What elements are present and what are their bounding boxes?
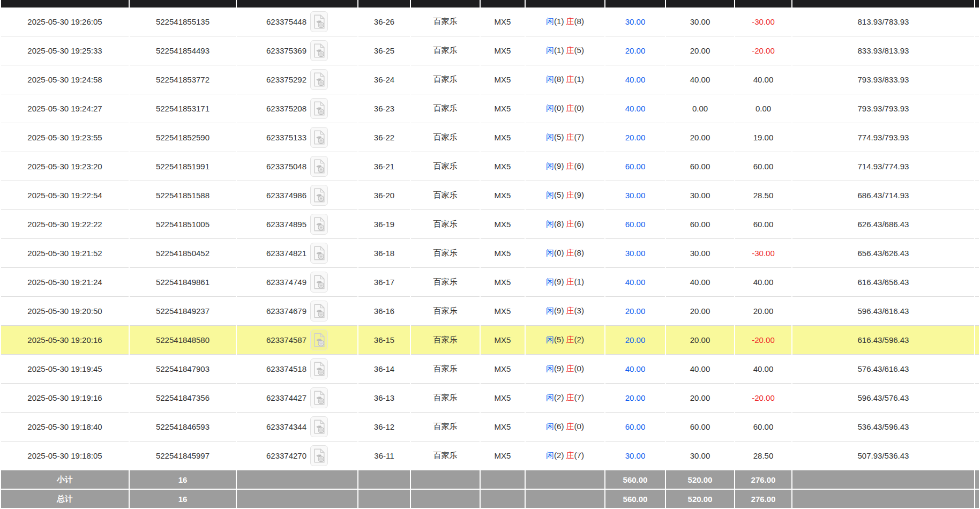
player-points: (8) (554, 219, 566, 228)
balance-cell: 536.43/596.43 (792, 413, 974, 441)
banker-label: 庄 (566, 277, 574, 286)
bet-history-screen: 2025-05-30 19:26:05522541855135623375448… (0, 0, 980, 509)
bet-amount-cell: 60.00 (605, 210, 665, 239)
result-cell: 闲(1) 庄(5) (526, 36, 604, 65)
win-loss-cell: 20.00 (735, 297, 791, 326)
win-loss-cell: 0.00 (735, 94, 791, 123)
video-file-icon (313, 130, 325, 145)
game-type-cell: 百家乐 (411, 326, 480, 355)
video-replay-button[interactable] (310, 156, 328, 177)
result-cell: 闲(5) 庄(9) (526, 181, 604, 210)
bet-number-cell: 522541853171 (130, 94, 236, 123)
balance-cell: 686.43/714.93 (792, 181, 974, 210)
banker-points: (7) (574, 132, 584, 141)
bet-amount-cell: 20.00 (605, 36, 665, 65)
game-number-text: 623375133 (266, 133, 306, 142)
bet-amount-cell: 40.00 (605, 65, 665, 94)
video-replay-button[interactable] (310, 40, 328, 61)
bet-record-row: 2025-05-30 19:25:33522541854493623375369… (1, 36, 979, 65)
win-loss-cell: 40.00 (735, 355, 791, 384)
video-file-icon (313, 159, 325, 174)
bet-record-row: 2025-05-30 19:18:40522541846593623374344… (1, 413, 979, 441)
video-file-icon (313, 420, 325, 434)
spacer-cell (975, 181, 979, 210)
game-type-cell: 百家乐 (411, 94, 480, 123)
game-number-wrap: 623374427 (237, 387, 357, 408)
banker-label: 庄 (566, 451, 574, 460)
table-footer: 小计16560.00520.00276.00总计16560.00520.0027… (1, 470, 979, 509)
banker-points: (8) (574, 248, 584, 257)
video-replay-button[interactable] (310, 330, 328, 350)
bet-amount-cell: 20.00 (605, 384, 665, 413)
player-points: (6) (554, 422, 566, 431)
bet-time-cell: 2025-05-30 19:21:24 (1, 268, 129, 297)
bet-number-cell: 522541853772 (130, 65, 236, 94)
bet-time-cell: 2025-05-30 19:24:58 (1, 65, 129, 94)
banker-label: 庄 (566, 422, 574, 431)
header-cell (1, 0, 129, 8)
game-number-cell: 623374679 (237, 297, 357, 326)
win-loss-cell: 28.50 (735, 181, 791, 210)
header-cell (735, 0, 791, 8)
bet-amount-cell: 30.00 (605, 8, 665, 36)
video-replay-button[interactable] (310, 243, 328, 264)
video-replay-button[interactable] (310, 214, 328, 235)
banker-label: 庄 (566, 132, 574, 141)
video-replay-button[interactable] (310, 11, 328, 32)
win-loss-cell: -20.00 (735, 36, 791, 65)
player-points: (0) (554, 103, 566, 113)
spacer-cell (975, 413, 979, 441)
player-label: 闲 (546, 190, 554, 199)
valid-bet-cell: 20.00 (666, 297, 734, 326)
bet-record-row: 2025-05-30 19:23:20522541851991623375048… (1, 152, 979, 181)
balance-cell: 616.43/656.43 (792, 268, 974, 297)
video-replay-button[interactable] (310, 301, 328, 321)
video-file-icon (313, 246, 325, 260)
valid-bet-cell: 30.00 (666, 239, 734, 268)
video-replay-button[interactable] (310, 445, 328, 466)
video-replay-button[interactable] (310, 98, 328, 119)
bet-number-cell: 522541855135 (130, 8, 236, 36)
game-type-cell: 百家乐 (411, 123, 480, 152)
win-loss-cell: -30.00 (735, 239, 791, 268)
video-replay-button[interactable] (310, 272, 328, 293)
result-cell: 闲(0) 庄(8) (526, 239, 604, 268)
banker-label: 庄 (566, 46, 574, 55)
bet-record-row: 2025-05-30 19:19:16522541847356623374427… (1, 384, 979, 413)
video-file-icon (313, 72, 325, 87)
bet-record-row: 2025-05-30 19:18:05522541845997623374270… (1, 441, 979, 470)
result-cell: 闲(2) 庄(7) (526, 441, 604, 470)
bet-number-cell: 522541851588 (130, 181, 236, 210)
bet-amount-cell: 30.00 (605, 239, 665, 268)
spacer-cell (975, 210, 979, 239)
video-replay-button[interactable] (310, 127, 328, 148)
game-type-cell: 百家乐 (411, 65, 480, 94)
bet-number-cell: 522541845997 (130, 441, 236, 470)
game-number-wrap: 623375048 (237, 156, 357, 177)
balance-cell: 714.93/774.93 (792, 152, 974, 181)
spacer-cell (975, 384, 979, 413)
valid-bet-cell: 40.00 (666, 65, 734, 94)
player-points: (5) (554, 335, 566, 344)
total-empty-cell (358, 490, 410, 509)
player-label: 闲 (546, 161, 554, 170)
video-replay-button[interactable] (310, 185, 328, 206)
video-replay-button[interactable] (310, 69, 328, 90)
video-file-icon (313, 333, 325, 347)
player-points: (5) (554, 190, 566, 199)
subtotal-count-cell: 16 (130, 470, 236, 490)
spacer-cell (975, 355, 979, 384)
valid-bet-cell: 60.00 (666, 152, 734, 181)
video-replay-button[interactable] (310, 416, 328, 437)
video-replay-button[interactable] (310, 358, 328, 379)
bet-time-cell: 2025-05-30 19:20:50 (1, 297, 129, 326)
bet-number-cell: 522541850452 (130, 239, 236, 268)
total-count-cell: 16 (130, 490, 236, 509)
player-label: 闲 (546, 335, 554, 344)
win-loss-cell: 60.00 (735, 413, 791, 441)
total-valid-bet-cell: 520.00 (666, 490, 734, 509)
table-name-cell: MX5 (481, 152, 525, 181)
video-replay-button[interactable] (310, 387, 328, 408)
bet-amount-cell: 40.00 (605, 94, 665, 123)
subtotal-win-loss-cell: 276.00 (735, 470, 791, 490)
